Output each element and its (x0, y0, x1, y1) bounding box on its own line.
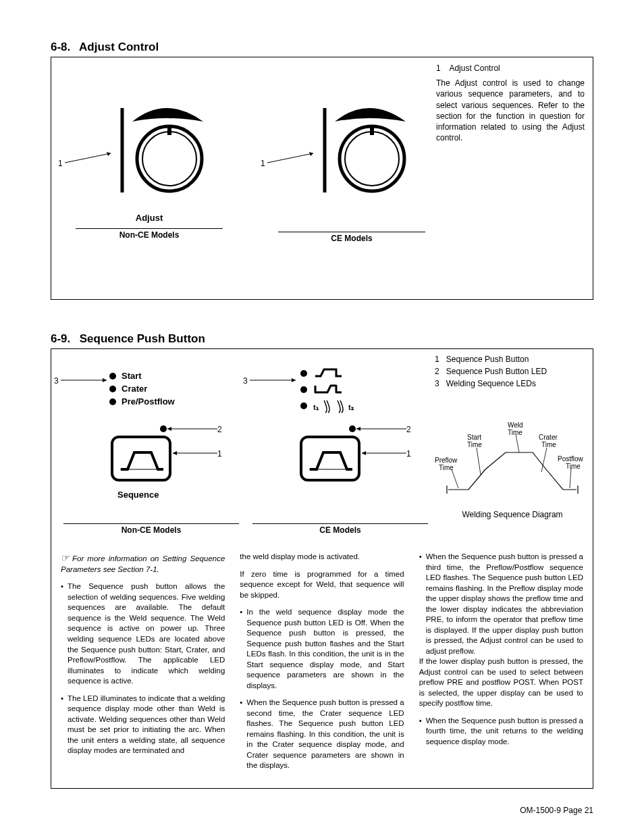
note: ☞For more information on Setting Sequenc… (61, 552, 225, 575)
section-6-8-title: Adjust Control (79, 41, 159, 53)
svg-text:PreflowTime: PreflowTime (435, 457, 458, 471)
svg-rect-5 (370, 127, 374, 135)
seq-ce-label: CE Models (252, 523, 428, 535)
section-6-9-heading: 6-9. Sequence Push Button (51, 332, 593, 346)
seq-button-ce (300, 436, 360, 483)
leader-ce-3 (248, 375, 302, 388)
para-3: the weld display mode is activated. (240, 552, 404, 563)
led-crater: Crater (109, 384, 175, 394)
leader-nc-2 (166, 426, 219, 433)
fig68-item-text: Adjust Control (449, 63, 500, 73)
figure-6-8-box: Adjust Non-CE Models 1 C (51, 57, 593, 300)
fig68-right-text: 1 Adjust Control The Adjust control is u… (436, 63, 585, 143)
dial-area: Adjust Non-CE Models 1 C (58, 71, 436, 273)
para-2: The LED illuminates to indicate that a w… (61, 694, 225, 756)
section-6-8-heading: 6-8. Adjust Control (51, 41, 593, 54)
svg-text:WeldTime: WeldTime (508, 421, 523, 436)
svg-text:t₁: t₁ (313, 403, 319, 411)
figure-6-9-box: Start Crater Pre/Postflow Sequence 3 2 1 (51, 348, 593, 789)
section-6-9-title: Sequence Push Button (80, 332, 205, 345)
nonce-label: Non-CE Models (65, 230, 234, 240)
page-footer: OM-1500-9 Page 21 (520, 806, 593, 815)
leader-ce-1 (360, 449, 408, 456)
svg-point-0 (137, 126, 202, 191)
svg-rect-2 (167, 127, 171, 135)
ce-led-icons: t₁ t₂ (298, 367, 379, 421)
note-icon: ☞ (61, 552, 70, 563)
led-prepost: Pre/Postflow (109, 396, 175, 407)
adjust-label: Adjust (65, 213, 234, 223)
leader-ce (266, 138, 320, 172)
section-6-8-number: 6-8. (51, 41, 76, 54)
svg-point-4 (345, 132, 399, 186)
para-8: If the lower display push button is pres… (419, 656, 583, 709)
weld-caption: Welding Sequence Diagram (435, 510, 590, 519)
leader-nc-3 (59, 375, 113, 388)
para-1: The Sequence push button allows the sele… (61, 581, 225, 686)
para-7: When the Sequence push button is pressed… (419, 552, 583, 656)
svg-rect-14 (301, 437, 359, 480)
leader-ce-2 (355, 426, 408, 433)
seq-right: 1 Sequence Push Button 2 Sequence Push B… (435, 355, 590, 519)
fig68-para: The Adjust control is used to change var… (436, 78, 585, 143)
welding-sequence-diagram: PreflowTime StartTime WeldTime CraterTim… (435, 415, 590, 519)
svg-rect-7 (112, 437, 170, 480)
leader-nc-1 (171, 449, 219, 456)
section-6-9-number: 6-9. (51, 332, 76, 346)
ce-hr (278, 232, 425, 232)
svg-text:CraterTime: CraterTime (539, 434, 558, 448)
seq-nonce-label: Non-CE Models (63, 523, 239, 535)
sequence-label: Sequence (117, 490, 159, 500)
body-columns: ☞For more information on Setting Sequenc… (61, 552, 583, 780)
svg-point-3 (340, 126, 404, 191)
para-5: In the weld sequence display mode the Se… (240, 607, 404, 691)
svg-text:t₂: t₂ (348, 403, 354, 411)
call-ce-3: 3 (243, 376, 248, 386)
svg-text:PostflowTime: PostflowTime (558, 455, 583, 470)
callout-nonce-1: 1 (58, 159, 63, 168)
seq-button-nonce (111, 436, 171, 483)
para-6: When the Sequence push button is pressed… (240, 698, 404, 771)
nonce-hr (76, 228, 223, 229)
callout-ce-1: 1 (261, 159, 265, 168)
para-9: When the Sequence push button is pressed… (419, 716, 583, 748)
leader-nonce (63, 138, 117, 172)
ce-label: CE Models (267, 234, 436, 243)
svg-text:StartTime: StartTime (467, 434, 482, 448)
para-4: If zero time is programmed for a timed s… (240, 569, 404, 601)
led-start: Start (109, 371, 175, 381)
fig68-item-num: 1 (436, 63, 441, 73)
seq-top: Start Crater Pre/Postflow Sequence 3 2 1 (57, 355, 587, 538)
call-nc-3: 3 (54, 376, 59, 386)
svg-point-10 (300, 402, 307, 409)
svg-point-1 (142, 132, 196, 186)
